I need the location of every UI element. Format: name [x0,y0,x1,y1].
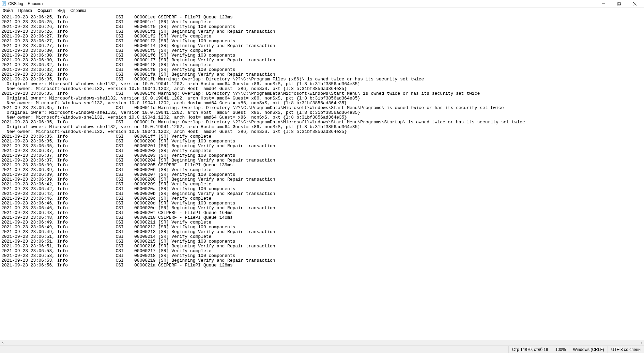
menubar: Файл Правка Формат Вид Справка [0,7,644,14]
menu-file[interactable]: Файл [0,7,16,14]
scroll-right-icon[interactable] [638,340,644,346]
svg-rect-6 [617,3,620,5]
scroll-left-icon[interactable] [0,340,6,346]
scroll-track[interactable] [6,340,638,346]
maximize-button[interactable] [611,0,627,7]
horizontal-scrollbar[interactable] [0,340,644,346]
menu-view[interactable]: Вид [55,7,68,14]
menu-edit[interactable]: Правка [16,7,35,14]
text-area[interactable]: 2021-09-23 23:06:25, Info CSI 000001ee C… [0,14,644,340]
menu-format[interactable]: Формат [35,7,55,14]
statusbar: Стр 14870, стлб 19 100% Windows (CRLF) U… [0,346,644,353]
menu-help[interactable]: Справка [67,7,89,14]
status-zoom: 100% [552,346,569,353]
statusbar-spacer [0,346,508,353]
titlebar[interactable]: CBS.log – Блокнот [0,0,644,7]
notepad-window: CBS.log – Блокнот Файл Правка Форма [0,0,644,353]
window-controls [596,0,643,7]
status-encoding: UTF-8 со специ [608,346,644,353]
close-button[interactable] [627,0,643,7]
notepad-icon [1,1,7,6]
window-title: CBS.log – Блокнот [8,1,43,6]
status-line-ending: Windows (CRLF) [569,346,607,353]
minimize-button[interactable] [596,0,611,7]
svg-rect-7 [618,2,621,5]
status-position: Стр 14870, стлб 19 [508,346,552,353]
